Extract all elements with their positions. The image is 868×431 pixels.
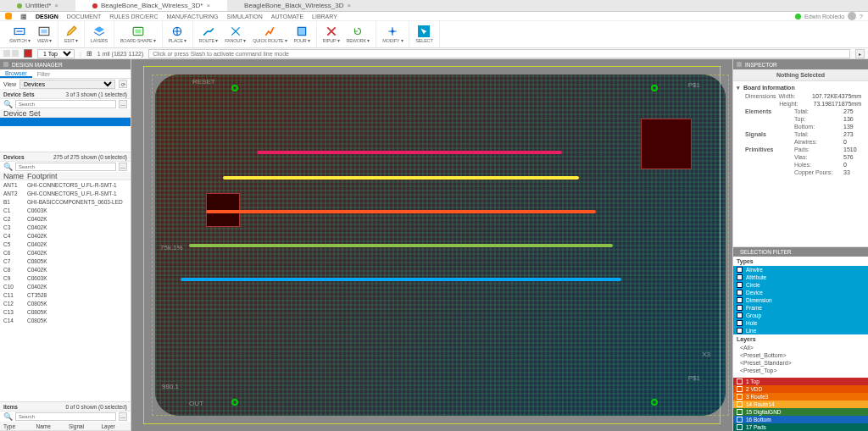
close-icon[interactable]: ×	[206, 2, 210, 9]
board-shape-button[interactable]: BOARD SHAPE ▾	[118, 25, 159, 43]
file-icon[interactable]: ▦	[20, 13, 27, 20]
checkbox-icon[interactable]	[737, 274, 743, 280]
device-row[interactable]: C9C0603K	[0, 274, 131, 282]
pour-button[interactable]: POUR ▾	[291, 25, 312, 43]
ribbon-tab-simulation[interactable]: SIMULATION	[227, 14, 263, 19]
type-row[interactable]: Line	[733, 327, 868, 334]
user-area[interactable]: Edwin Robledo ?	[795, 12, 863, 20]
outer-tab-1[interactable]: BeagleBone_Black_Wireless_3D* ×	[75, 0, 227, 11]
panel-toggle-right-icon[interactable]: ▸	[855, 49, 865, 58]
ribbon-tab-rules[interactable]: RULES DRC/ERC	[109, 14, 158, 19]
layer-row[interactable]: 15 DigitalGND	[733, 408, 868, 416]
device-row[interactable]: C4C0402K	[0, 231, 131, 240]
device-row[interactable]: C6C0402K	[0, 248, 131, 257]
pcb-canvas[interactable]: RESET OUT 980.1 75k.1% P$1 P$1 X3	[131, 59, 732, 431]
device-set-row[interactable]	[0, 126, 131, 135]
layer-row[interactable]: 16 Bottom	[733, 416, 868, 423]
device-set-col[interactable]: Device Set	[0, 109, 44, 118]
device-row[interactable]: C2C0402K	[0, 214, 131, 223]
subtab-filter[interactable]: Filter	[32, 71, 56, 77]
route-button[interactable]: ROUTE ▾	[197, 25, 220, 43]
type-row[interactable]: Circle	[733, 281, 868, 289]
type-row[interactable]: Attribute	[733, 274, 868, 281]
items-col-layer[interactable]: Layer	[98, 423, 131, 429]
rework-button[interactable]: REWORK ▾	[343, 25, 372, 43]
type-row[interactable]: Group	[733, 312, 868, 319]
layer-preset[interactable]: <Preset_Standard>	[733, 359, 868, 367]
switch-button[interactable]: SWITCH ▾	[7, 25, 33, 43]
layer-row[interactable]: 17 Pads	[733, 423, 868, 431]
device-row[interactable]: C11CT3528	[0, 290, 131, 299]
device-sets-search[interactable]	[15, 100, 116, 108]
checkbox-icon[interactable]	[737, 328, 743, 334]
layer-select[interactable]: 1 Top	[37, 49, 75, 58]
devices-search[interactable]	[15, 163, 116, 171]
view-select[interactable]: Devices	[19, 80, 115, 89]
panel-toggle-bottom-icon[interactable]	[12, 50, 19, 57]
quick-route-button[interactable]: QUICK ROUTE ▾	[250, 25, 289, 43]
layer-row[interactable]: 3 Route3	[733, 393, 868, 401]
panel-toggle-left-icon[interactable]	[3, 50, 10, 57]
layer-preset[interactable]: <All>	[733, 344, 868, 351]
layer-row[interactable]: 14 Route14	[733, 401, 868, 408]
layers-button[interactable]: LAYERS	[88, 25, 110, 43]
avatar[interactable]	[848, 12, 856, 20]
device-row[interactable]: C1C0603K	[0, 206, 131, 214]
device-row[interactable]: ANT1GHI-CONNECTORS_U.FL-R-SMT-1	[0, 180, 131, 189]
checkbox-icon[interactable]	[737, 320, 743, 326]
checkbox-icon[interactable]	[737, 267, 743, 273]
layer-row[interactable]: 2 VDD	[733, 385, 868, 393]
devices-col-name[interactable]: Name	[0, 172, 24, 180]
layer-preset[interactable]: <Preset_Bottom>	[733, 351, 868, 359]
checkbox-icon[interactable]	[737, 290, 743, 296]
ribbon-tab-manufacturing[interactable]: MANUFACTURING	[166, 14, 218, 19]
device-row[interactable]: C12C0805K	[0, 299, 131, 307]
ripup-button[interactable]: RIPUP ▾	[320, 25, 342, 43]
layer-row[interactable]: 1 Top	[733, 378, 868, 385]
device-row[interactable]: C5C0402K	[0, 240, 131, 248]
outer-tab-2[interactable]: BeagleBone_Black_Wireless_3D ×	[227, 0, 368, 11]
device-row[interactable]: C3C0402K	[0, 223, 131, 231]
command-input[interactable]	[148, 49, 850, 58]
type-row[interactable]: Airwire	[733, 266, 868, 274]
items-search[interactable]	[15, 412, 116, 421]
options-icon[interactable]: ⋯	[119, 163, 127, 171]
ribbon-tab-document[interactable]: DOCUMENT	[67, 14, 101, 19]
checkbox-icon[interactable]	[737, 282, 743, 288]
view-button[interactable]: VIEW ▾	[35, 25, 54, 43]
type-row[interactable]: Hole	[733, 319, 868, 327]
modify-button[interactable]: MODIFY ▾	[380, 25, 405, 43]
ribbon-tab-automate[interactable]: AUTOMATE	[271, 14, 303, 19]
items-col-type[interactable]: Type	[0, 423, 33, 429]
device-row[interactable]: C7C0805K	[0, 257, 131, 265]
device-row[interactable]: ANT2GHI-CONNECTORS_U.FL-R-SMT-1	[0, 189, 131, 197]
checkbox-icon[interactable]	[737, 312, 743, 318]
type-row[interactable]: Frame	[733, 304, 868, 312]
checkbox-icon[interactable]	[737, 297, 743, 303]
device-row[interactable]: C13C0805K	[0, 307, 131, 316]
device-set-row[interactable]	[0, 118, 131, 126]
layer-preset[interactable]: <Preset_Top>	[733, 367, 868, 374]
ribbon-tab-design[interactable]: DESIGN	[36, 14, 58, 19]
device-row[interactable]: C8C0402K	[0, 265, 131, 274]
subtab-browser[interactable]: Browser	[0, 70, 32, 78]
help-icon[interactable]: ?	[860, 14, 863, 19]
items-col-name[interactable]: Name	[33, 423, 66, 429]
items-col-signal[interactable]: Signal	[65, 423, 98, 429]
view-refresh-icon[interactable]: ⟳	[119, 80, 127, 88]
checkbox-icon[interactable]	[737, 305, 743, 311]
edit-button[interactable]: EDIT ▾	[62, 25, 81, 43]
close-icon[interactable]: ×	[348, 2, 352, 9]
outer-tab-0[interactable]: Untitled* ×	[0, 0, 75, 11]
layer-swatch[interactable]	[24, 49, 32, 58]
close-icon[interactable]: ×	[54, 2, 58, 9]
board-info-heading[interactable]: Board Information	[733, 83, 868, 92]
device-row[interactable]: C10C0402K	[0, 282, 131, 290]
options-icon[interactable]: ⋯	[119, 100, 127, 108]
fanout-button[interactable]: FANOUT ▾	[222, 25, 248, 43]
options-icon[interactable]: ⋯	[119, 412, 127, 421]
devices-col-footprint[interactable]: Footprint	[24, 172, 131, 180]
device-row[interactable]: C14C0805K	[0, 316, 131, 324]
ribbon-tab-library[interactable]: LIBRARY	[312, 14, 337, 19]
type-row[interactable]: Dimension	[733, 296, 868, 304]
